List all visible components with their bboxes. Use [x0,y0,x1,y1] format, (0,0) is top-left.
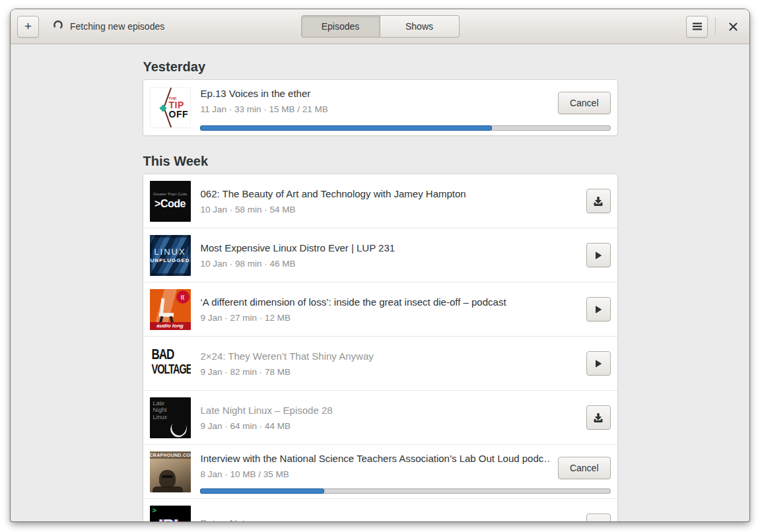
section-title: This Week [143,154,618,169]
podcast-cover: ((audio long reads [150,289,191,330]
episode-row[interactable]: BADVOLTAGE2×24: They Weren’t That Shiny … [143,336,617,390]
menu-button[interactable] [686,16,708,38]
play-button[interactable] [586,351,611,376]
episode-title: Late Night Linux – Episode 28 [201,405,578,416]
content-area: YesterdayTHETIPOFFEp.13 Voices in the et… [11,44,749,521]
episode-meta: 9 Jan · 27 min · 12 MB [201,313,578,323]
episode-action [586,405,611,430]
episode-action [586,514,611,521]
episode-info: 2×24: They Weren’t That Shiny Anyway9 Ja… [201,350,578,377]
episode-list: YesterdayTHETIPOFFEp.13 Voices in the et… [143,44,618,521]
cancel-button[interactable]: Cancel [558,92,611,114]
section: This WeekGreater Than Code>Code062: The … [143,154,618,521]
episode-meta: 9 Jan · 64 min · 44 MB [201,421,578,431]
episode-meta: 9 Jan · 82 min · 78 MB [201,367,578,377]
cancel-button[interactable]: Cancel [558,457,611,479]
view-switcher: Episodes Shows [301,15,460,38]
episode-row[interactable]: THETIPOFFEp.13 Voices in the ether11 Jan… [143,80,617,135]
episode-info: ‘A different dimension of loss’: inside … [201,296,578,323]
episode-info: Ep.13 Voices in the ether11 Jan · 33 min… [201,88,550,114]
download-progressbar [200,488,611,494]
episode-action [586,297,611,321]
download-progressbar [200,125,611,131]
tab-episodes[interactable]: Episodes [301,15,380,38]
episode-title: 062: The Beauty of Art and Technology wi… [201,188,578,199]
app-window: + Fetching new episodes Episodes Shows [11,9,749,521]
add-podcast-button[interactable]: + [17,16,39,38]
play-icon [594,359,603,368]
episode-title: Ep.13 Voices in the ether [201,88,550,99]
episode-info: 062: The Beauty of Art and Technology wi… [201,188,578,215]
download-button[interactable] [586,189,611,213]
section-title: Yesterday [143,59,618,75]
episode-meta: 10 Jan · 58 min · 54 MB [201,205,578,215]
episode-row[interactable]: LINUXUNPLUGGEDMost Expensive Linux Distr… [143,228,617,282]
episode-info: Most Expensive Linux Distro Ever | LUP 2… [201,242,578,269]
play-button[interactable] [586,243,611,267]
episode-meta: 8 Jan · 10 MB / 35 MB [201,469,550,479]
plus-icon: + [24,20,32,32]
episode-action: Cancel [558,92,611,114]
episode-meta: 10 Jan · 98 min · 46 MB [201,259,578,269]
episode-title: ‘A different dimension of loss’: inside … [201,296,578,308]
episode-info: Late Night Linux – Episode 289 Jan · 64 … [201,405,578,431]
episode-row[interactable]: ((audio long reads‘A different dimension… [143,282,617,336]
download-button[interactable] [586,405,611,430]
download-progress-fill [200,125,492,131]
close-icon [729,22,738,31]
podcast-cover: CRAPHOUND.COM [150,451,191,492]
episode-card: Greater Than Code>Code062: The Beauty of… [143,174,618,521]
download-progress-fill [200,488,324,494]
titlebar: + Fetching new episodes Episodes Shows [11,9,749,44]
episode-info: Interview with the National Science Teac… [201,453,550,479]
podcast-cover: LINUXUNPLUGGED [150,235,191,276]
episode-action [586,189,611,213]
download-button[interactable] [586,514,611,521]
episode-row[interactable]: LateNightLinuxLate Night Linux – Episode… [143,390,617,444]
episode-meta: 11 Jan · 33 min · 15 MB / 21 MB [201,104,550,114]
close-button[interactable] [723,17,743,36]
download-icon [593,196,604,207]
download-icon [593,413,604,423]
episode-title: 2×24: They Weren’t That Shiny Anyway [201,350,578,362]
podcast-cover: THETIPOFF [150,87,191,128]
episode-row[interactable]: CRAPHOUND.COMInterview with the National… [143,444,617,498]
play-button[interactable] [586,297,611,321]
podcast-cover: Greater Than Code>Code [150,181,191,222]
play-icon [594,305,603,314]
status-text: Fetching new episodes [70,21,164,32]
episode-title: Interview with the National Science Teac… [201,453,550,464]
titlebar-separator [715,18,716,35]
tab-shows[interactable]: Shows [380,15,460,38]
download-icon [593,521,604,522]
episode-action [586,243,611,267]
episode-card: THETIPOFFEp.13 Voices in the ether11 Jan… [143,79,618,136]
episode-title: Bot or Not [201,517,578,521]
episode-row[interactable]: >IRLBot or Not [143,498,617,521]
episode-title: Most Expensive Linux Distro Ever | LUP 2… [201,242,578,253]
episode-action: Cancel [558,457,611,479]
loading-spinner-icon [53,20,63,33]
episode-info: Bot or Not [201,517,578,521]
episode-action [586,351,611,376]
podcast-cover: >IRL [150,506,191,522]
section: YesterdayTHETIPOFFEp.13 Voices in the et… [143,59,618,136]
podcast-cover: LateNightLinux [150,397,191,438]
hamburger-icon [692,22,703,31]
play-icon [594,251,603,260]
podcast-cover: BADVOLTAGE [150,343,191,384]
episode-row[interactable]: Greater Than Code>Code062: The Beauty of… [143,174,617,228]
